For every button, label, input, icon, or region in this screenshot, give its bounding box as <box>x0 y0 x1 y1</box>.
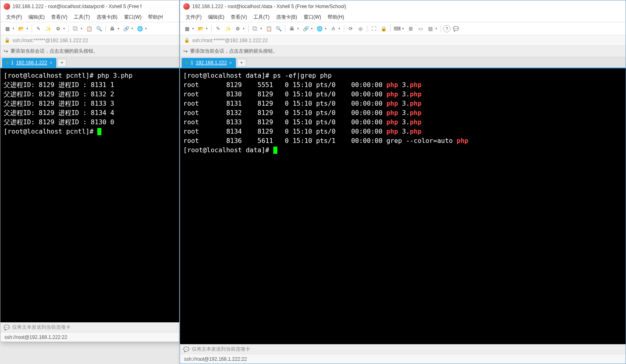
plus-icon[interactable]: ⊞ <box>406 24 415 33</box>
terminal-line: 父进程ID: 8129 进程ID : 8134 4 <box>4 108 176 117</box>
chat-icon: 💬 <box>183 347 189 352</box>
new-session-icon[interactable]: ▦ <box>182 24 191 33</box>
search-icon[interactable]: 🔍 <box>274 24 283 33</box>
bottombar: ssh://root@192.168.1.222:22 <box>180 354 626 364</box>
dropdown-icon[interactable]: ▾ <box>311 27 314 30</box>
menu-help[interactable]: 帮助(H <box>145 13 166 21</box>
font-icon[interactable]: A <box>329 24 338 33</box>
menu-edit[interactable]: 编辑(E) <box>25 13 48 21</box>
session-tab[interactable]: 1 192.168.1.222 × <box>182 58 236 68</box>
close-icon[interactable]: × <box>229 60 232 65</box>
separator <box>390 25 390 32</box>
lock-icon[interactable]: 🔒 <box>379 24 388 33</box>
separator <box>69 25 69 32</box>
bubble-icon[interactable]: 💬 <box>451 24 460 33</box>
menu-view[interactable]: 查看(V) <box>48 13 71 21</box>
menu-file[interactable]: 文件(F) <box>3 13 25 21</box>
pencil-icon[interactable]: ✎ <box>214 24 223 33</box>
lock-icon: 🔒 <box>184 38 190 43</box>
separator <box>441 25 441 32</box>
new-session-icon[interactable]: ▦ <box>3 24 12 33</box>
app-icon <box>4 3 10 10</box>
print-icon[interactable]: 🖶 <box>108 24 117 33</box>
globe-icon[interactable]: 🌐 <box>135 24 144 33</box>
separator <box>32 25 32 32</box>
copy-icon[interactable]: ⿻ <box>251 24 259 33</box>
menu-tabs[interactable]: 选项卡(B) <box>93 13 121 21</box>
open-icon[interactable]: 📂 <box>196 24 205 33</box>
separator <box>248 25 249 32</box>
gear-icon[interactable]: ⚙ <box>54 24 62 33</box>
dropdown-icon[interactable]: ▾ <box>192 27 195 30</box>
gear-icon[interactable]: ⚙ <box>233 24 242 33</box>
dropdown-icon[interactable]: ▾ <box>297 27 300 30</box>
menu-tabs[interactable]: 选项卡(B) <box>273 13 300 21</box>
connection-text: ssh://root@192.168.1.222:22 <box>184 356 247 362</box>
open-icon[interactable]: 📂 <box>17 24 26 33</box>
menu-edit[interactable]: 编辑(E) <box>205 13 227 21</box>
link-icon[interactable]: 🔗 <box>122 24 131 33</box>
menu-window[interactable]: 窗口(W) <box>121 13 145 21</box>
terminal[interactable]: [root@localhost data]# ps -ef|grep phpro… <box>180 68 626 344</box>
menu-help[interactable]: 帮助(H) <box>324 13 347 21</box>
dropdown-icon[interactable]: ▾ <box>63 27 66 30</box>
terminal[interactable]: [root@localhost pcntl]# php 3.php 父进程ID:… <box>0 68 179 322</box>
toolbar: ▦▾ 📂▾ ✎ ✨ ⚙▾ ⿻▾ 📋 🔍 🖶▾ 🔗▾ 🌐▾ A▾ ⟳ ◎ ⛶ 🔒 … <box>180 22 626 35</box>
dropdown-icon[interactable]: ▾ <box>339 27 342 30</box>
add-tab-button[interactable]: + <box>58 59 66 67</box>
tab-label: 192.168.1.222 <box>16 60 47 66</box>
hint-icon[interactable]: ↪ <box>4 48 8 54</box>
add-tab-button[interactable]: + <box>237 59 246 67</box>
refresh-icon[interactable]: ⟳ <box>346 24 355 33</box>
paste-icon[interactable]: 📋 <box>264 24 273 33</box>
dropdown-icon[interactable]: ▾ <box>435 27 439 30</box>
separator <box>285 25 285 32</box>
menubar: 文件(F) 编辑(E) 查看(V) 工具(T) 选项卡(B) 窗口(W) 帮助(… <box>180 13 626 22</box>
dropdown-icon[interactable]: ▾ <box>206 27 209 30</box>
hint-icon[interactable]: ↪ <box>183 48 188 54</box>
dropdown-icon[interactable]: ▾ <box>26 27 30 30</box>
address-text[interactable]: ssh://root:******@192.168.1.222:22 <box>192 38 268 43</box>
dropdown-icon[interactable]: ▾ <box>118 27 121 30</box>
status-text: 仅将文本发送到当前选项卡 <box>192 346 250 353</box>
terminal-line: 父进程ID: 8129 进程ID : 8133 3 <box>4 99 176 108</box>
menu-window[interactable]: 窗口(W) <box>300 13 324 21</box>
menu-file[interactable]: 文件(F) <box>182 13 205 21</box>
session-tab[interactable]: 1 192.168.1.222 × <box>2 58 56 68</box>
target-icon[interactable]: ◎ <box>356 24 365 33</box>
terminal-line: root 8131 8129 0 15:10 pts/0 00:00:00 ph… <box>183 99 622 108</box>
bottombar: ssh://root@192.168.1.222:22 <box>0 332 179 342</box>
window-icon[interactable]: ▭ <box>416 24 425 33</box>
dropdown-icon[interactable]: ▾ <box>81 27 84 30</box>
titlebar[interactable]: 192.168.1.222 - root@localhost:/data - X… <box>180 0 626 13</box>
tab-number: 1 <box>11 60 14 66</box>
print-icon[interactable]: 🖶 <box>287 24 296 33</box>
wand-icon[interactable]: ✨ <box>223 24 232 33</box>
dropdown-icon[interactable]: ▾ <box>131 27 135 30</box>
menu-tools[interactable]: 工具(T) <box>71 13 93 21</box>
help-icon[interactable]: ? <box>443 25 450 32</box>
search-icon[interactable]: 🔍 <box>94 24 103 33</box>
copy-icon[interactable]: ⿻ <box>71 24 80 33</box>
grid-icon[interactable]: ▤ <box>426 24 435 33</box>
expand-icon[interactable]: ⛶ <box>369 24 378 33</box>
dropdown-icon[interactable]: ▾ <box>325 27 328 30</box>
wand-icon[interactable]: ✨ <box>44 24 53 33</box>
hint-text: 要添加当前会话，点击左侧的箭头按钮。 <box>11 48 98 55</box>
link-icon[interactable]: 🔗 <box>301 24 310 33</box>
menu-view[interactable]: 查看(V) <box>227 13 250 21</box>
pencil-icon[interactable]: ✎ <box>34 24 43 33</box>
keyboard-icon[interactable]: ⌨ <box>392 24 401 33</box>
address-text[interactable]: ssh://root:******@192.168.1.222:22 <box>13 38 88 43</box>
menu-tools[interactable]: 工具(T) <box>250 13 272 21</box>
cursor-icon <box>97 128 101 135</box>
dropdown-icon[interactable]: ▾ <box>402 27 405 30</box>
globe-icon[interactable]: 🌐 <box>315 24 324 33</box>
close-icon[interactable]: × <box>49 60 52 65</box>
titlebar[interactable]: 192.168.1.222 - root@localhost:/data/pcn… <box>0 0 179 13</box>
dropdown-icon[interactable]: ▾ <box>260 27 264 30</box>
paste-icon[interactable]: 📋 <box>85 24 94 33</box>
dropdown-icon[interactable]: ▾ <box>243 27 246 30</box>
dropdown-icon[interactable]: ▾ <box>145 27 148 30</box>
dropdown-icon[interactable]: ▾ <box>13 27 16 30</box>
